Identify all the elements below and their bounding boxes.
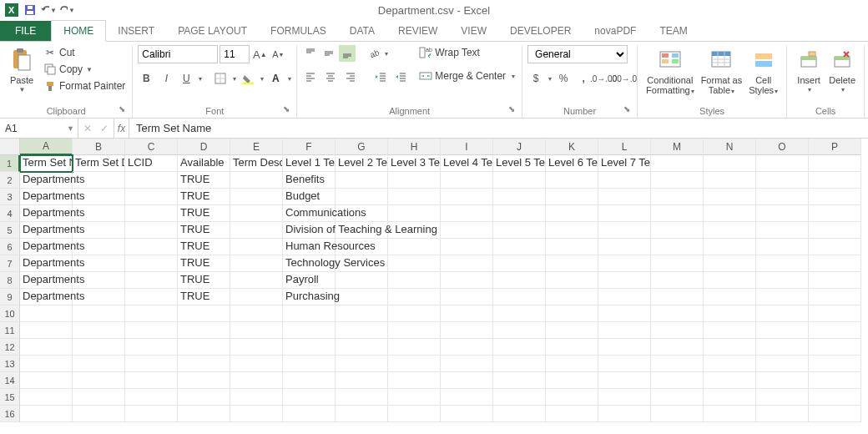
- cell[interactable]: [441, 322, 493, 339]
- tab-insert[interactable]: INSERT: [106, 21, 166, 41]
- insert-cells-button[interactable]: Insert▾: [792, 45, 825, 97]
- cell[interactable]: [598, 406, 651, 422]
- font-name-input[interactable]: [138, 45, 218, 63]
- cell[interactable]: [125, 222, 178, 239]
- row-header[interactable]: 15: [0, 389, 20, 406]
- cell[interactable]: [336, 305, 388, 322]
- cell[interactable]: TRUE: [178, 239, 230, 255]
- cell[interactable]: [230, 272, 283, 289]
- decrease-indent-icon[interactable]: [372, 68, 389, 85]
- cell[interactable]: [598, 189, 651, 205]
- cell[interactable]: [598, 272, 651, 289]
- cell[interactable]: [756, 205, 809, 222]
- row-header[interactable]: 8: [0, 272, 20, 289]
- cell[interactable]: [651, 389, 704, 406]
- cell[interactable]: [230, 222, 283, 239]
- percent-icon[interactable]: %: [555, 70, 572, 87]
- cell[interactable]: Departments: [20, 255, 73, 272]
- cell[interactable]: Level 7 Term: [598, 155, 651, 172]
- alignment-launcher[interactable]: ⬊: [507, 104, 517, 114]
- column-header[interactable]: M: [651, 139, 704, 155]
- cell[interactable]: [809, 289, 861, 305]
- cell[interactable]: [125, 372, 178, 389]
- cell[interactable]: [336, 372, 388, 389]
- tab-home[interactable]: HOME: [51, 20, 106, 42]
- cell[interactable]: [756, 322, 809, 339]
- cell[interactable]: [704, 272, 756, 289]
- cell[interactable]: [704, 222, 756, 239]
- enter-icon[interactable]: ✓: [100, 123, 108, 134]
- cell[interactable]: [598, 389, 651, 406]
- cell[interactable]: [125, 339, 178, 356]
- cell[interactable]: Term Set D: [73, 155, 125, 172]
- cell[interactable]: [230, 322, 283, 339]
- cell[interactable]: TRUE: [178, 189, 230, 205]
- cell[interactable]: [73, 406, 125, 422]
- cell[interactable]: Human Resources: [283, 239, 336, 255]
- align-bottom-icon[interactable]: [339, 45, 356, 62]
- orientation-icon[interactable]: ab: [366, 45, 382, 62]
- cell[interactable]: Departments: [20, 289, 73, 305]
- row-header[interactable]: 11: [0, 322, 20, 339]
- cell[interactable]: [598, 205, 651, 222]
- cell[interactable]: [651, 322, 704, 339]
- cell[interactable]: [336, 339, 388, 356]
- column-header[interactable]: N: [704, 139, 756, 155]
- cell[interactable]: [546, 322, 598, 339]
- tab-data[interactable]: DATA: [338, 21, 386, 41]
- cell[interactable]: [493, 239, 546, 255]
- cell[interactable]: [73, 305, 125, 322]
- cell[interactable]: Level 1 Te: [283, 155, 336, 172]
- cell[interactable]: [388, 205, 441, 222]
- cancel-icon[interactable]: ✕: [83, 123, 92, 134]
- cell[interactable]: Term Desc: [230, 155, 283, 172]
- tab-team[interactable]: TEAM: [648, 21, 699, 41]
- column-header[interactable]: A: [20, 139, 73, 155]
- cell[interactable]: [493, 406, 546, 422]
- row-header[interactable]: 9: [0, 289, 20, 305]
- cell[interactable]: [125, 272, 178, 289]
- tab-file[interactable]: FILE: [0, 21, 51, 41]
- cell[interactable]: [178, 356, 230, 372]
- cell[interactable]: [178, 322, 230, 339]
- increase-indent-icon[interactable]: [392, 68, 409, 85]
- cell[interactable]: Payroll: [283, 272, 336, 289]
- cell[interactable]: [230, 305, 283, 322]
- cell[interactable]: [809, 255, 861, 272]
- tab-novapdf[interactable]: novaPDF: [583, 21, 648, 41]
- borders-button[interactable]: [212, 70, 229, 87]
- cell[interactable]: [651, 406, 704, 422]
- cell[interactable]: Level 4 Te: [441, 155, 493, 172]
- cell[interactable]: [546, 189, 598, 205]
- format-as-table-button[interactable]: Format asTable▾: [698, 45, 746, 98]
- cell[interactable]: [493, 172, 546, 189]
- number-launcher[interactable]: ⬊: [622, 104, 632, 114]
- tab-developer[interactable]: DEVELOPER: [498, 21, 583, 41]
- cell[interactable]: [809, 406, 861, 422]
- cell[interactable]: [20, 372, 73, 389]
- cell[interactable]: [704, 239, 756, 255]
- cell[interactable]: [809, 339, 861, 356]
- column-header[interactable]: L: [598, 139, 651, 155]
- cell[interactable]: [441, 389, 493, 406]
- cell[interactable]: [441, 189, 493, 205]
- cell[interactable]: [651, 172, 704, 189]
- bold-button[interactable]: B: [138, 70, 154, 87]
- cell[interactable]: [283, 356, 336, 372]
- cell[interactable]: [598, 356, 651, 372]
- cell[interactable]: [125, 189, 178, 205]
- cell[interactable]: [20, 356, 73, 372]
- cell[interactable]: [283, 406, 336, 422]
- cell[interactable]: [336, 172, 388, 189]
- fx-icon[interactable]: fx: [114, 119, 129, 138]
- cell[interactable]: Purchasing: [283, 289, 336, 305]
- cell[interactable]: [704, 305, 756, 322]
- cell[interactable]: [441, 172, 493, 189]
- cell[interactable]: [756, 372, 809, 389]
- copy-button[interactable]: Copy▼: [42, 62, 127, 77]
- cell[interactable]: [20, 305, 73, 322]
- cell[interactable]: [598, 322, 651, 339]
- column-header[interactable]: C: [125, 139, 178, 155]
- cell[interactable]: [178, 339, 230, 356]
- cell[interactable]: [598, 289, 651, 305]
